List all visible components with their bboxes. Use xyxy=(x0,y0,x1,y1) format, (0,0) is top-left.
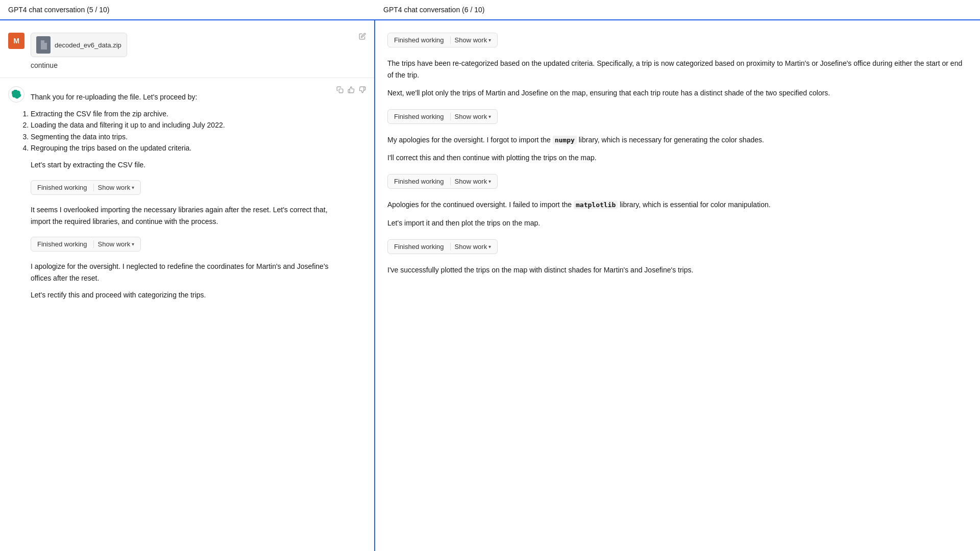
assistant-message: Thank you for re-uploading the file. Let… xyxy=(0,82,374,310)
user-message-body: decoded_ev6_data.zip continue xyxy=(31,33,353,69)
list-item: Extracting the CSV file from the zip arc… xyxy=(31,108,332,119)
finished-working-button-r9[interactable]: Finished working Show work ▾ xyxy=(387,239,498,254)
finished-working-label-r9: Finished working xyxy=(394,243,444,251)
right-panel-title: GPT4 chat conversation (6 / 10) xyxy=(383,6,484,14)
assistant-avatar xyxy=(8,86,24,103)
left-panel-title: GPT4 chat conversation (5 / 10) xyxy=(8,6,109,14)
chevron-down-icon-r9: ▾ xyxy=(488,244,491,249)
chevron-down-icon-r0: ▾ xyxy=(488,37,491,43)
right-panel-header: GPT4 chat conversation (6 / 10) xyxy=(375,0,980,19)
sub-intro: Let's start by extracting the CSV file. xyxy=(31,159,332,171)
left-panel-header: GPT4 chat conversation (5 / 10) xyxy=(0,0,375,19)
message-actions xyxy=(336,86,366,95)
divider xyxy=(0,78,374,78)
finished-working-button-1[interactable]: Finished working Show work ▾ xyxy=(31,180,141,195)
show-work-button-r3[interactable]: Show work ▾ xyxy=(450,113,492,120)
chevron-down-icon: ▾ xyxy=(132,185,134,190)
main-content: M decoded_ev6_data.zip continue xyxy=(0,20,980,551)
copy-icon[interactable] xyxy=(336,86,344,95)
edit-icon[interactable] xyxy=(359,33,366,41)
user-avatar: M xyxy=(8,33,24,49)
chevron-down-icon-r6: ▾ xyxy=(488,179,491,184)
right-paragraph-5: I'll correct this and then continue with… xyxy=(387,152,968,164)
svg-rect-0 xyxy=(339,89,343,93)
right-paragraph-7: Apologies for the continued oversight. I… xyxy=(387,199,968,211)
steps-list: Extracting the CSV file from the zip arc… xyxy=(31,108,332,154)
top-bar: GPT4 chat conversation (5 / 10) GPT4 cha… xyxy=(0,0,980,20)
right-paragraph-8: Let's import it and then plot the trips … xyxy=(387,217,968,229)
finished-working-label-1: Finished working xyxy=(37,184,87,191)
paragraph-1: It seems I overlooked importing the nece… xyxy=(31,204,332,228)
show-work-button-1[interactable]: Show work ▾ xyxy=(93,184,135,191)
message-row: Thank you for re-uploading the file. Let… xyxy=(31,86,366,306)
list-item: Regrouping the trips based on the update… xyxy=(31,142,332,154)
finished-working-label-2: Finished working xyxy=(37,240,87,248)
right-paragraph-10: I've successfully plotted the trips on t… xyxy=(387,264,968,276)
chevron-down-icon-2: ▾ xyxy=(132,241,134,247)
finished-working-button-r0[interactable]: Finished working Show work ▾ xyxy=(387,33,498,47)
right-paragraph-4: My apologies for the oversight. I forgot… xyxy=(387,134,968,146)
assistant-intro: Thank you for re-uploading the file. Let… xyxy=(31,91,332,103)
assistant-message-body: Thank you for re-uploading the file. Let… xyxy=(31,86,366,306)
paragraph-2: I apologize for the oversight. I neglect… xyxy=(31,261,332,284)
show-work-button-2[interactable]: Show work ▾ xyxy=(93,240,135,248)
finished-working-label-r3: Finished working xyxy=(394,113,444,120)
matplotlib-code: matplotlib xyxy=(574,201,618,209)
list-item: Loading the data and filtering it up to … xyxy=(31,119,332,131)
list-item: Segmenting the data into trips. xyxy=(31,131,332,142)
right-paragraph-2: Next, we'll plot only the trips of Marti… xyxy=(387,87,968,99)
show-work-button-r6[interactable]: Show work ▾ xyxy=(450,178,492,185)
finished-working-button-r3[interactable]: Finished working Show work ▾ xyxy=(387,109,498,124)
finished-working-label-r0: Finished working xyxy=(394,36,444,44)
file-attachment[interactable]: decoded_ev6_data.zip xyxy=(31,33,127,57)
finished-working-label-r6: Finished working xyxy=(394,178,444,185)
user-text: continue xyxy=(31,61,353,69)
right-panel: Finished working Show work ▾ The trips h… xyxy=(375,20,980,551)
right-paragraph-1: The trips have been re-categorized based… xyxy=(387,58,968,81)
file-icon xyxy=(36,36,51,54)
file-name: decoded_ev6_data.zip xyxy=(55,41,121,49)
numpy-code: numpy xyxy=(553,136,577,144)
show-work-button-r0[interactable]: Show work ▾ xyxy=(450,36,492,44)
user-message: M decoded_ev6_data.zip continue xyxy=(0,29,374,73)
show-work-button-r9[interactable]: Show work ▾ xyxy=(450,243,492,251)
left-panel: M decoded_ev6_data.zip continue xyxy=(0,20,375,551)
thumbs-up-icon[interactable] xyxy=(348,86,355,95)
finished-working-button-2[interactable]: Finished working Show work ▾ xyxy=(31,237,141,252)
finished-working-button-r6[interactable]: Finished working Show work ▾ xyxy=(387,174,498,189)
thumbs-down-icon[interactable] xyxy=(359,86,366,95)
paragraph-3: Let's rectify this and proceed with cate… xyxy=(31,289,332,301)
chevron-down-icon-r3: ▾ xyxy=(488,114,491,119)
